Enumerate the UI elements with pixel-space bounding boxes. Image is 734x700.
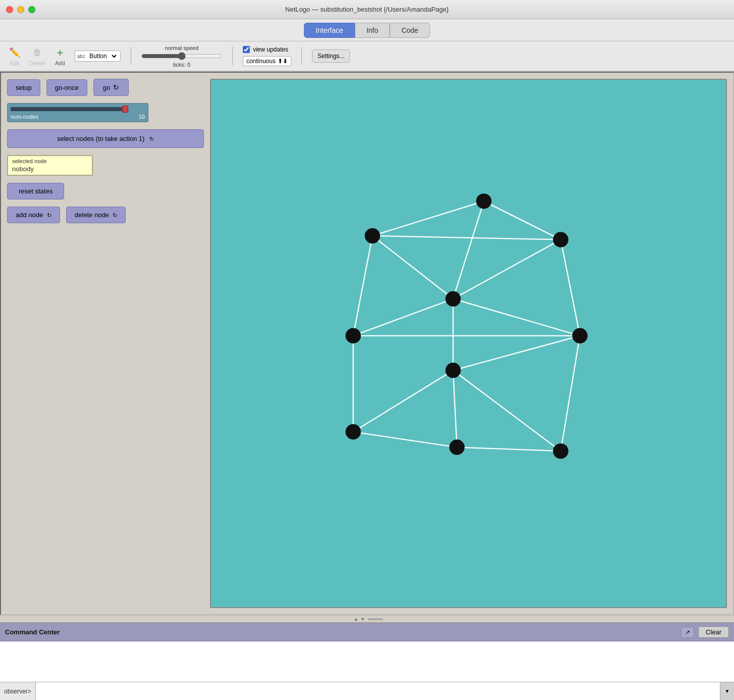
settings-button[interactable]: Settings... <box>312 49 350 63</box>
slider-value: 10 <box>139 114 145 120</box>
input-dropdown-button[interactable]: ▼ <box>720 682 734 700</box>
control-buttons-row: setup go-once go ↻ <box>7 79 204 96</box>
svg-line-3 <box>373 236 561 240</box>
tab-code[interactable]: Code <box>390 23 430 38</box>
view-updates-row: view updates <box>243 46 291 53</box>
maximize-button[interactable] <box>28 6 35 13</box>
go-once-button[interactable]: go-once <box>46 79 87 96</box>
svg-line-9 <box>453 299 580 336</box>
command-output <box>0 641 734 682</box>
edit-button[interactable]: ✏️ Edit <box>8 46 21 66</box>
dropdown-arrow-icon: ⬆⬇ <box>278 58 288 65</box>
delete-node-refresh-icon: ↻ <box>113 212 117 218</box>
svg-line-7 <box>561 239 580 335</box>
view-updates-checkbox[interactable] <box>243 46 250 53</box>
svg-line-18 <box>353 432 457 447</box>
svg-point-28 <box>449 439 464 455</box>
speed-label: normal speed <box>165 45 199 51</box>
tab-interface[interactable]: Interface <box>304 23 354 38</box>
slider-labels: num-nodes 10 <box>11 114 145 120</box>
resize-arrows: ▲ ▼ <box>351 617 368 622</box>
observer-label: observer> <box>0 682 36 700</box>
window-controls[interactable] <box>6 6 35 13</box>
add-node-refresh-icon: ↻ <box>47 212 51 218</box>
command-center-header: Command Center ↗ Clear <box>0 623 734 641</box>
widget-type-dropdown[interactable]: Button Slider Monitor <box>87 52 118 60</box>
select-nodes-button[interactable]: select nodes (to take action 1) ↻ <box>7 129 204 148</box>
plus-icon: ＋ <box>54 46 67 59</box>
node-action-row: add node ↻ delete node ↻ <box>7 207 204 223</box>
command-input[interactable] <box>36 682 720 700</box>
divider-3 <box>301 47 302 65</box>
reset-states-button[interactable]: reset states <box>7 183 64 199</box>
divider-2 <box>232 47 233 65</box>
svg-point-26 <box>445 363 460 378</box>
svg-line-1 <box>484 201 560 239</box>
selected-node-monitor: selected node nobody <box>7 155 93 176</box>
title-bar: NetLogo — substitution_bestshot {/Users/… <box>0 0 734 19</box>
slider-thumb[interactable] <box>122 106 128 113</box>
interface-area: setup go-once go ↻ num-nodes 10 <box>0 72 734 615</box>
svg-line-19 <box>457 447 561 452</box>
minimize-button[interactable] <box>17 6 24 13</box>
svg-point-27 <box>345 424 360 439</box>
trash-icon: 🗑 <box>31 46 44 59</box>
clear-button[interactable]: Clear <box>698 626 729 638</box>
tabs: Interface Info Code <box>304 23 430 38</box>
continuous-dropdown[interactable]: continuous ⬆⬇ <box>243 56 291 66</box>
svg-point-22 <box>553 232 568 247</box>
speed-slider[interactable] <box>141 52 222 60</box>
add-button[interactable]: ＋ Add <box>54 46 67 66</box>
go-button[interactable]: go ↻ <box>93 79 129 96</box>
edges <box>353 201 580 451</box>
graph-area[interactable] <box>210 79 727 608</box>
divider-1 <box>131 47 131 65</box>
svg-point-24 <box>345 328 360 343</box>
tab-info[interactable]: Info <box>355 23 390 38</box>
reset-states-row: reset states <box>7 183 204 199</box>
widget-type-selector[interactable]: abc Button Slider Monitor <box>75 51 121 62</box>
left-panel: setup go-once go ↻ num-nodes 10 <box>7 79 204 608</box>
setup-button[interactable]: setup <box>7 79 40 96</box>
svg-line-4 <box>373 236 453 299</box>
ticks-label: ticks: 0 <box>173 62 190 68</box>
num-nodes-slider-container: num-nodes 10 <box>7 103 148 122</box>
up-arrow-icon[interactable]: ▲ <box>354 617 358 622</box>
command-center-title: Command Center <box>5 628 60 636</box>
command-center: Command Center ↗ Clear observer> ▼ <box>0 622 734 700</box>
resize-handle[interactable] <box>368 618 383 620</box>
monitor-value: nobody <box>12 165 88 173</box>
resize-bar[interactable]: ▲ ▼ <box>0 615 734 622</box>
edit-icon: ✏️ <box>8 46 21 59</box>
refresh-icon: ↻ <box>113 83 119 91</box>
delete-node-button[interactable]: delete node ↻ <box>66 207 126 223</box>
continuous-label: continuous <box>246 58 276 65</box>
svg-line-16 <box>453 370 457 447</box>
view-updates-section: view updates continuous ⬆⬇ <box>243 46 291 66</box>
add-node-button[interactable]: add node ↻ <box>7 207 60 223</box>
close-button[interactable] <box>6 6 13 13</box>
svg-point-23 <box>445 291 460 306</box>
svg-line-8 <box>353 299 453 336</box>
slider-name: num-nodes <box>11 114 38 120</box>
toolbar: ✏️ Edit 🗑 Delete ＋ Add abc Button Slider… <box>0 41 734 72</box>
down-arrow-icon[interactable]: ▼ <box>360 617 365 622</box>
popout-button[interactable]: ↗ <box>681 627 694 638</box>
graph-svg <box>211 80 726 607</box>
slider-fill <box>11 107 125 111</box>
delete-button[interactable]: 🗑 Delete <box>29 46 45 66</box>
slider-track <box>11 106 145 113</box>
select-nodes-row: select nodes (to take action 1) ↻ <box>7 129 204 148</box>
svg-line-5 <box>353 236 373 336</box>
main-area: setup go-once go ↻ num-nodes 10 <box>0 72 734 700</box>
svg-line-0 <box>373 201 484 236</box>
select-refresh-icon: ↻ <box>149 136 154 142</box>
dropdown-chevron-icon: ▼ <box>725 688 730 694</box>
svg-line-13 <box>453 336 580 371</box>
command-input-row: observer> ▼ <box>0 682 734 700</box>
svg-line-17 <box>453 370 561 451</box>
svg-point-21 <box>364 228 380 243</box>
svg-line-15 <box>353 370 453 432</box>
tab-bar: Interface Info Code <box>0 19 734 41</box>
command-center-actions: ↗ Clear <box>681 626 729 638</box>
